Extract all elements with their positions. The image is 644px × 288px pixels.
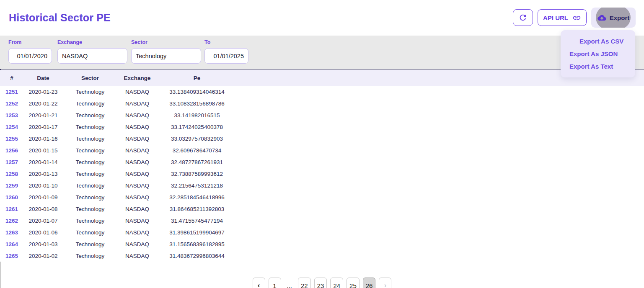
table-row: 12592020-01-10TechnologyNASDAQ32.2156475… [0,180,644,191]
filter-bar: From Exchange Sector To [0,36,644,69]
filter-from: From [8,39,52,64]
table-row: 12562020-01-15TechnologyNASDAQ32.6096786… [0,144,644,156]
row-date-cell: 2020-01-07 [23,218,63,224]
row-index-cell: 1258 [0,171,23,177]
pagination-next-button: › [379,278,391,288]
pagination-page-button[interactable]: 22 [298,278,311,288]
pagination-prev-button[interactable]: ‹ [253,278,265,288]
menu-item-export-text[interactable]: Export As Text [561,63,635,69]
filter-from-label: From [8,39,52,45]
row-sector-cell: Technology [63,171,117,177]
page-header: Historical Sector PE API URL [0,0,644,36]
row-index-cell: 1255 [0,136,23,142]
pagination-page-button[interactable]: 1 [269,278,281,288]
row-date-cell: 2020-01-13 [23,171,63,177]
pagination-ellipsis: ... [284,278,295,288]
table-row: 12532020-01-21TechnologyNASDAQ33.1419820… [0,109,644,121]
row-pe-cell: 33.108328156898786 [157,100,237,107]
row-pe-cell: 31.156568396182895 [157,241,237,247]
row-exchange-cell: NASDAQ [117,206,157,212]
row-pe-cell: 31.483672996803644 [157,253,237,259]
row-date-cell: 2020-01-02 [23,253,63,259]
menu-item-export-csv[interactable]: Export As CSV [561,38,635,44]
row-sector-cell: Technology [63,218,117,224]
row-sector-cell: Technology [63,194,117,201]
table-header-row: # Date Sector Exchange Pe [0,70,644,86]
pagination-page-button[interactable]: 25 [347,278,360,288]
row-exchange-cell: NASDAQ [117,229,157,236]
filter-sector-input[interactable] [131,48,201,64]
historical-sector-pe-page: Historical Sector PE API URL [0,0,644,288]
row-sector-cell: Technology [63,253,117,259]
row-exchange-cell: NASDAQ [117,253,157,259]
row-sector-cell: Technology [63,229,117,236]
row-index-cell: 1263 [0,229,23,236]
column-header-sector: Sector [63,75,117,81]
row-date-cell: 2020-01-16 [23,136,63,142]
row-exchange-cell: NASDAQ [117,112,157,118]
row-index-cell: 1260 [0,194,23,201]
export-dropdown-menu: Export As CSV Export As JSON Export As T… [561,30,635,77]
row-sector-cell: Technology [63,147,117,154]
table-row: 12602020-01-09TechnologyNASDAQ32.2851845… [0,191,644,203]
row-pe-cell: 32.48727867261931 [157,159,237,165]
row-index-cell: 1261 [0,206,23,212]
row-exchange-cell: NASDAQ [117,136,157,142]
table-row: 12572020-01-14TechnologyNASDAQ32.4872786… [0,156,644,168]
row-pe-cell: 32.285184546418996 [157,194,237,201]
export-button[interactable]: Export [591,8,636,28]
pagination: ‹1...2223242526› [0,278,644,288]
row-pe-cell: 33.138409314046314 [157,89,237,95]
row-pe-cell: 31.398615199904697 [157,229,237,236]
row-sector-cell: Technology [63,100,117,107]
row-exchange-cell: NASDAQ [117,100,157,107]
row-exchange-cell: NASDAQ [117,147,157,154]
filter-sector: Sector [131,39,201,64]
row-pe-cell: 33.03297570832903 [157,136,237,142]
table-row: 12652020-01-02TechnologyNASDAQ31.4836729… [0,250,644,262]
row-exchange-cell: NASDAQ [117,218,157,224]
filter-from-input[interactable] [8,48,52,64]
row-index-cell: 1257 [0,159,23,165]
filter-exchange: Exchange [57,39,127,64]
column-header-exchange: Exchange [117,75,157,81]
row-pe-cell: 32.21564753121218 [157,183,237,189]
row-date-cell: 2020-01-23 [23,89,63,95]
filter-to: To [204,39,248,64]
row-date-cell: 2020-01-15 [23,147,63,154]
row-index-cell: 1252 [0,100,23,107]
column-header-index: # [0,75,23,81]
row-exchange-cell: NASDAQ [117,159,157,165]
link-icon [572,13,581,22]
api-url-button[interactable]: API URL [538,9,587,26]
pagination-page-button[interactable]: 24 [330,278,343,288]
pagination-page-button[interactable]: 26 [363,278,376,288]
row-pe-cell: 32.73887589993612 [157,171,237,177]
refresh-button[interactable] [513,9,533,26]
row-exchange-cell: NASDAQ [117,89,157,95]
table-row: 12642020-01-03TechnologyNASDAQ31.1565683… [0,238,644,250]
menu-item-export-json[interactable]: Export As JSON [561,51,635,57]
table-body: 12512020-01-23TechnologyNASDAQ33.1384093… [0,86,644,262]
row-pe-cell: 32.6096786470734 [157,147,237,154]
row-date-cell: 2020-01-21 [23,112,63,118]
filter-exchange-input[interactable] [57,48,127,64]
row-sector-cell: Technology [63,206,117,212]
row-exchange-cell: NASDAQ [117,183,157,189]
table-row: 12552020-01-16TechnologyNASDAQ33.0329757… [0,133,644,144]
cloud-download-icon [597,14,606,21]
row-pe-cell: 31.47155745477194 [157,218,237,224]
row-index-cell: 1256 [0,147,23,154]
pagination-page-button[interactable]: 23 [314,278,327,288]
export-label: Export [610,14,630,21]
row-sector-cell: Technology [63,183,117,189]
row-pe-cell: 33.141982016515 [157,112,237,118]
row-index-cell: 1251 [0,89,23,95]
filter-to-input[interactable] [204,48,248,64]
row-date-cell: 2020-01-10 [23,183,63,189]
row-exchange-cell: NASDAQ [117,241,157,247]
row-sector-cell: Technology [63,159,117,165]
table-row: 12632020-01-06TechnologyNASDAQ31.3986151… [0,226,644,238]
row-index-cell: 1254 [0,124,23,130]
row-sector-cell: Technology [63,136,117,142]
